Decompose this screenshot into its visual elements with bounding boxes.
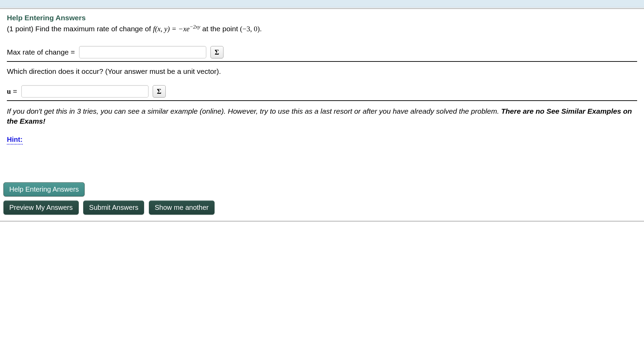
u-label: u = — [7, 87, 17, 96]
answer-row-2: u = Σ — [7, 85, 637, 98]
func-exponent: −2xy — [189, 24, 200, 30]
direction-input[interactable] — [21, 85, 149, 98]
tries-note: If you don't get this in 3 tries, you ca… — [7, 106, 637, 126]
separator-2 — [7, 100, 637, 101]
answer-row-1: Max rate of change = Σ — [7, 46, 637, 58]
sigma-button-1[interactable]: Σ — [210, 46, 223, 58]
u-eq: = — [11, 87, 17, 95]
preview-answers-button[interactable]: Preview My Answers — [3, 201, 79, 215]
direction-question: Which direction does it occur? (Your ans… — [7, 67, 637, 76]
problem-statement: (1 point) Find the maximum rate of chang… — [7, 23, 637, 34]
point-text: (−3, 0) — [240, 25, 260, 33]
separator-1 — [7, 61, 637, 62]
button-bar: Help Entering Answers Preview My Answers… — [3, 182, 644, 215]
show-me-another-button[interactable]: Show me another — [149, 201, 215, 215]
hint-link[interactable]: Hint: — [7, 136, 23, 145]
func-rhs: −xe — [178, 25, 190, 33]
max-rate-input[interactable] — [79, 46, 206, 58]
bottom-divider — [0, 221, 644, 222]
top-banner — [0, 0, 644, 8]
u-symbol: u — [7, 87, 11, 95]
at-text: at the point — [202, 25, 240, 33]
period: . — [260, 25, 262, 33]
help-entering-answers-button[interactable]: Help Entering Answers — [3, 182, 85, 196]
max-rate-label: Max rate of change = — [7, 48, 75, 56]
help-entering-answers-heading[interactable]: Help Entering Answers — [7, 14, 637, 22]
submit-answers-button[interactable]: Submit Answers — [83, 201, 144, 215]
func-lhs: f(x, y) = — [153, 25, 178, 33]
sigma-button-2[interactable]: Σ — [153, 85, 166, 98]
note-text: If you don't get this in 3 tries, you ca… — [7, 107, 501, 115]
problem-content: Help Entering Answers (1 point) Find the… — [0, 9, 644, 145]
points-text: (1 point) Find the maximum rate of chang… — [7, 25, 153, 33]
